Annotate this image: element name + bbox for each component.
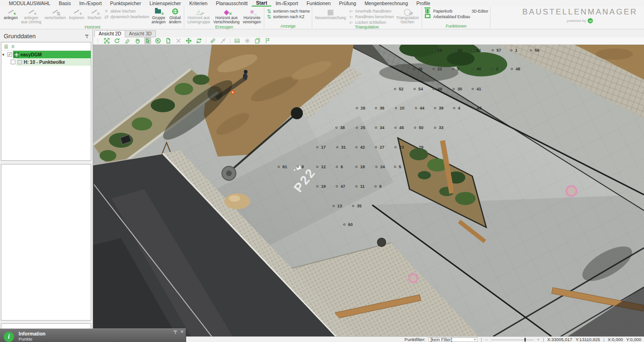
survey-point-marker-51[interactable] [472,49,474,51]
pin-icon[interactable] [173,330,177,334]
tab-ansicht-3d[interactable]: Ansicht 3D [125,30,155,37]
survey-point-marker-5[interactable] [394,166,396,168]
checkbox-checked[interactable]: ✓ [7,52,12,57]
survey-point-marker-29[interactable] [414,146,416,148]
tab-ansicht-2d[interactable]: Ansicht 2D [94,30,125,37]
survey-point-marker-34[interactable] [375,127,377,129]
pan-hand-icon[interactable] [134,37,141,44]
chevron-down-icon[interactable]: ▾ [2,53,7,57]
survey-point-marker-57[interactable] [492,49,494,51]
menu-tab-pr-fung-10[interactable]: Prüfung [335,0,361,7]
survey-point-marker-56[interactable] [530,49,532,51]
image-icon[interactable] [234,37,241,44]
horizonte-vereinigen-button[interactable]: ≡→Horizontevereinigen [242,7,262,25]
page-icon[interactable] [165,37,172,44]
rotate-icon[interactable] [195,37,202,44]
survey-point-marker-18[interactable] [356,166,357,168]
anlegen-button[interactable]: +anlegen [3,7,19,25]
zoom-in-button[interactable]: + [537,337,540,342]
survey-point-marker-45[interactable] [395,127,396,129]
toolbar-grip[interactable]: ⋮ [95,39,100,43]
menu-tab-punktspeicher-3[interactable]: Punktspeicher [106,0,146,7]
survey-point-marker-50[interactable] [414,127,416,129]
survey-point-marker-30[interactable] [453,88,455,90]
survey-point-marker-23[interactable] [395,146,396,148]
3d-editor-button[interactable]: 3D-Editor [472,8,489,14]
menu-tab-planausschnitt-6[interactable]: Planausschnitt [212,0,252,7]
arbeitsablauf-erdbau-button[interactable]: Arbeitsablauf Erdbau [424,14,470,19]
survey-point-marker-60[interactable] [343,224,345,226]
zoom-slider-handle[interactable] [524,338,526,342]
survey-point-marker-49[interactable] [433,88,435,90]
survey-point-marker-1[interactable] [510,49,512,51]
select-flag-icon[interactable] [264,37,271,44]
survey-point-marker-12[interactable] [316,166,318,168]
copy-pages-icon[interactable] [254,37,261,44]
survey-point-marker-43[interactable] [472,107,474,109]
tree-item-easydgm[interactable]: ▾ ✓ easyDGM [1,51,91,58]
survey-point-marker-19[interactable] [316,185,318,187]
survey-point-marker-11[interactable] [356,185,357,187]
close-icon[interactable]: ✕ [180,330,184,334]
eraser-icon[interactable] [124,37,131,44]
sortieren-nach-kz-button[interactable]: ⇅sortieren nach KZ [266,14,310,19]
survey-point-marker-41[interactable] [472,88,474,90]
survey-point-marker-52[interactable] [394,88,396,90]
zoom-fit-icon[interactable] [103,37,110,44]
survey-point-marker-36[interactable] [375,107,377,109]
point-filter-dropdown[interactable]: [kein Filter] ▾ [429,337,477,342]
survey-point-marker-15[interactable] [433,49,435,51]
survey-point-marker-61[interactable] [278,166,280,168]
survey-point-marker-46[interactable] [413,68,415,70]
menu-tab-modulauswahl-0[interactable]: MODULAUSWAHL [5,0,54,7]
survey-point-marker-38[interactable] [335,127,337,129]
survey-point-marker-22[interactable] [433,68,435,70]
survey-point-marker-42[interactable] [356,146,357,148]
measure-icon[interactable] [209,37,216,44]
tree-list-icon[interactable]: ≡ [11,43,14,50]
menu-tab-basis-1[interactable]: Basis [54,0,75,7]
menu-tab-linienspeicher-4[interactable]: Linienspeicher [145,0,185,7]
survey-point-marker-32[interactable] [453,49,455,51]
menu-tab-im-export-8[interactable]: Im-/Export [271,0,302,7]
settings-icon[interactable] [244,37,251,44]
survey-point-marker-31[interactable] [336,146,338,148]
horizont-aus-verschneidung-button[interactable]: ◆×Horizont ausVerschneidung [213,7,241,25]
menu-tab-profile-12[interactable]: Profile [412,0,435,7]
survey-point-marker-40[interactable] [472,68,474,70]
survey-point-marker-4[interactable] [453,107,455,109]
select-cursor-icon[interactable] [144,37,151,44]
survey-point-marker-33[interactable] [434,127,436,129]
survey-point-marker-26[interactable] [356,107,358,109]
zoom-out-button[interactable]: – [485,337,488,342]
gruppe-anlegen-button[interactable]: +Gruppeanlegen [151,7,167,25]
delete-x-icon[interactable] [175,37,182,44]
menu-tab-funktionen-9[interactable]: Funktionen [302,0,335,7]
survey-point-marker-54[interactable] [414,88,416,90]
survey-point-marker-39[interactable] [434,107,436,109]
survey-point-marker-25[interactable] [356,127,358,129]
zoom-slider[interactable] [491,337,534,342]
survey-point-marker-44[interactable] [415,107,417,109]
sidebar-splitter[interactable] [93,29,93,336]
survey-point-marker-13[interactable] [333,205,335,207]
pin-icon[interactable] [85,34,89,38]
menu-tab-kriterien-5[interactable]: Kriterien [185,0,212,7]
move-icon[interactable] [185,37,192,44]
survey-point-marker-48[interactable] [511,68,513,70]
survey-point-marker-27[interactable] [375,146,377,148]
global-ndern-button[interactable]: Globaländern [168,7,182,25]
survey-point-marker-2[interactable] [491,68,493,70]
survey-point-marker-8[interactable] [297,166,299,168]
survey-point-marker-17[interactable] [316,146,318,148]
line-node-icon[interactable] [220,37,227,44]
survey-point-marker-47[interactable] [336,185,338,187]
tree-item-punktwolke[interactable]: H: 10 - Punktwolke [1,58,91,66]
survey-point-marker-24[interactable] [376,166,377,168]
survey-point-marker-35[interactable] [352,205,354,207]
tree-expand-icon[interactable]: ≣ [4,43,8,50]
aerial-photo[interactable]: P22 153251571564622340248525449304126361… [93,45,644,336]
menu-tab-start-7[interactable]: Start [252,0,271,7]
checkbox-unchecked[interactable] [11,60,15,64]
survey-point-marker-10[interactable] [395,107,397,109]
